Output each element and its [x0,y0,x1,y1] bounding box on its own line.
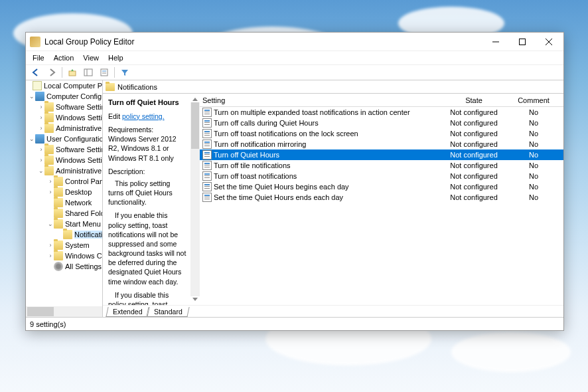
setting-comment: No [504,140,563,148]
detail-header-label: Notifications [117,83,157,91]
tree-label: Software Settings [56,103,102,111]
table-row[interactable]: Turn off toast notificationsNot configur… [198,171,563,181]
folder-icon [54,209,63,218]
show-hide-tree-button[interactable] [81,66,96,79]
app-icon [30,37,40,47]
setting-state: Not configured [444,130,504,138]
tree-scroll[interactable]: Local Computer Policy ⌄Computer Configur… [26,80,102,306]
maximize-button[interactable] [509,33,536,50]
setting-comment: No [504,119,563,127]
setting-state: Not configured [444,193,504,201]
col-header-setting[interactable]: Setting [198,95,444,106]
policy-item-icon [202,171,212,181]
setting-name: Turn on multiple expanded toast notifica… [214,108,410,116]
table-row[interactable]: Turn off toast notifications on the lock… [198,128,563,139]
setting-state: Not configured [444,161,504,169]
description-scrollbar[interactable] [192,94,198,305]
setting-comment: No [504,172,563,180]
folder-icon [44,124,54,133]
properties-button[interactable] [97,66,111,79]
policy-icon [33,81,42,90]
tree-label: Computer Configuration [46,92,102,100]
tree-uc-software[interactable]: ›Software Settings [26,144,102,155]
tree-notifications[interactable]: Notifications [26,229,102,240]
tree-cc-windows[interactable]: ›Windows Settings [26,112,102,123]
content-area: Local Computer Policy ⌄Computer Configur… [26,80,563,317]
status-text: 9 setting(s) [30,320,66,328]
tree-root[interactable]: Local Computer Policy [26,80,102,91]
tree-label: Administrative Templates [56,167,102,175]
tree-windows-components[interactable]: ›Windows Components [26,250,102,261]
tree-label: Administrative Templates [56,124,102,132]
folder-icon [44,166,54,175]
tree-horizontal-scrollbar[interactable] [26,306,102,317]
svg-rect-4 [69,71,76,76]
setting-comment: No [504,161,563,169]
edit-policy-link[interactable]: policy setting. [122,112,165,120]
table-row[interactable]: Turn on multiple expanded toast notifica… [198,107,563,118]
folder-icon [54,219,63,229]
statusbar: 9 setting(s) [26,317,563,330]
tab-standard[interactable]: Standard [147,307,190,317]
description-pane: Turn off Quiet Hours Edit policy setting… [103,94,192,305]
tree-start-menu[interactable]: ⌄Start Menu and Taskbar [26,219,102,229]
tab-extended[interactable]: Extended [106,307,149,317]
menu-action[interactable]: Action [50,52,78,63]
minimize-button[interactable] [482,33,509,50]
description-label: Description: [108,167,186,176]
menu-view[interactable]: View [79,52,103,63]
detail-body: Turn off Quiet Hours Edit policy setting… [103,94,563,305]
table-row[interactable]: Turn off Quiet HoursNot configuredNo [198,149,563,160]
back-button[interactable] [29,66,43,79]
scrollbar-thumb[interactable] [27,307,54,316]
gear-icon [54,262,63,271]
close-button[interactable] [536,33,562,50]
folder-icon [44,102,54,112]
setting-name: Turn off notification mirroring [214,140,306,148]
toolbar-separator [114,67,115,78]
computer-icon [35,92,44,101]
filter-button[interactable] [117,66,132,79]
description-body: This policy setting turns off Quiet Hour… [108,179,186,305]
setting-state: Not configured [444,183,504,191]
table-row[interactable]: Turn off tile notificationsNot configure… [198,160,563,171]
tree-control-panel[interactable]: ›Control Panel [26,176,102,187]
tree-label: All Settings [65,262,102,270]
tree-user-config[interactable]: ⌄User Configuration [26,134,102,144]
menu-help[interactable]: Help [104,52,127,63]
tree-desktop[interactable]: ›Desktop [26,187,102,197]
setting-name: Set the time Quiet Hours begins each day [214,183,349,191]
table-row[interactable]: Set the time Quiet Hours ends each dayNo… [198,192,563,203]
scroll-down-icon[interactable] [192,298,198,301]
tree-uc-admin[interactable]: ⌄Administrative Templates [26,165,102,176]
setting-comment: No [504,151,563,159]
tree-uc-windows[interactable]: ›Windows Settings [26,155,102,165]
policy-item-icon [202,140,212,149]
table-row[interactable]: Turn off calls during Quiet HoursNot con… [198,118,563,128]
table-row[interactable]: Set the time Quiet Hours begins each day… [198,181,563,192]
tree-shared-folders[interactable]: Shared Folders [26,208,102,219]
tree-computer-config[interactable]: ⌄Computer Configuration [26,91,102,102]
tree-cc-admin[interactable]: ›Administrative Templates [26,123,102,134]
tree-cc-software[interactable]: ›Software Settings [26,102,102,112]
forward-button[interactable] [44,66,59,79]
tree-system[interactable]: ›System [26,240,102,250]
scroll-thumb[interactable] [191,102,199,149]
tree-all-settings[interactable]: All Settings [26,261,102,272]
folder-icon [44,113,54,122]
up-button[interactable] [65,66,80,79]
col-header-state[interactable]: State [444,95,504,106]
scroll-up-icon[interactable] [192,98,198,101]
tree-label: Windows Components [65,252,102,260]
col-header-comment[interactable]: Comment [504,95,563,106]
scroll-track[interactable] [190,102,200,296]
menu-file[interactable]: File [29,52,48,63]
setting-comment: No [504,183,563,191]
folder-icon [63,230,72,239]
folder-icon [44,145,54,154]
policy-item-icon [202,129,212,138]
tree-network[interactable]: Network [26,197,102,208]
table-row[interactable]: Turn off notification mirroringNot confi… [198,139,563,149]
tree-label: Software Settings [56,146,102,153]
table-head: Setting State Comment [198,94,563,107]
